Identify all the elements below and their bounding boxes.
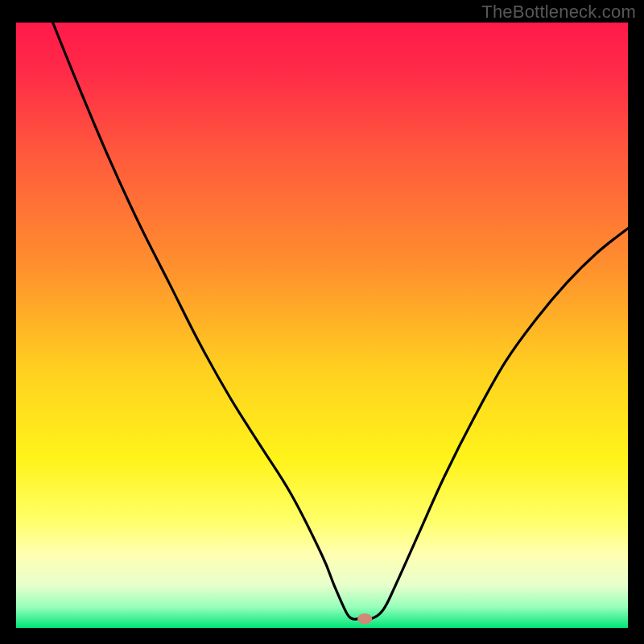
plot-area — [16, 23, 628, 628]
chart-frame: TheBottleneck.com — [0, 0, 644, 644]
chart-svg — [16, 23, 628, 628]
plot-inner — [16, 23, 628, 628]
watermark-text: TheBottleneck.com — [481, 2, 636, 23]
min-point-marker — [357, 613, 372, 625]
gradient-background — [16, 23, 628, 628]
